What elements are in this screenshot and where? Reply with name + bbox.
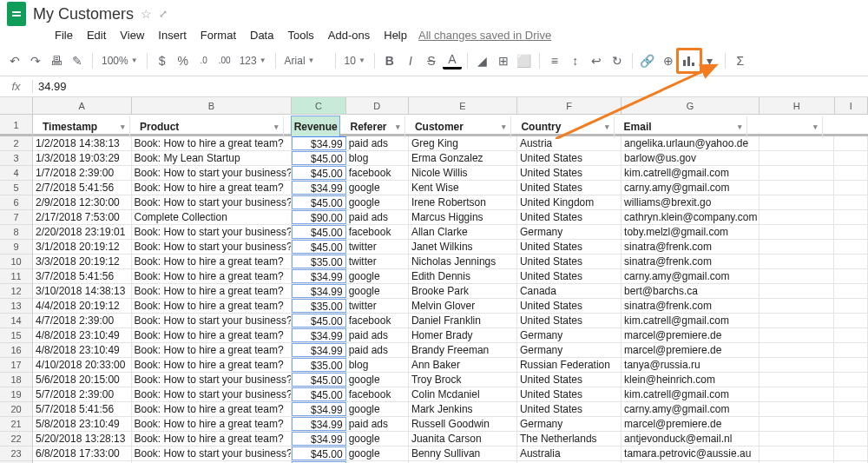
cell-email[interactable]: bert@barchs.ca [621, 284, 760, 298]
cell-product[interactable]: Book: How to hire a great team? [132, 181, 292, 195]
cell-product[interactable]: Book: How to hire a great team? [132, 299, 292, 313]
cell-empty[interactable] [834, 358, 868, 372]
cell-referer[interactable]: google [346, 432, 409, 446]
cell-country[interactable]: United States [517, 240, 621, 254]
cell-email[interactable]: tanya@russia.ru [621, 358, 760, 372]
filter-icon[interactable]: ▾ [274, 116, 279, 138]
cell-referer[interactable]: blog [346, 358, 409, 372]
cell-empty[interactable] [834, 166, 868, 180]
cell-empty[interactable] [760, 446, 835, 460]
cell-referer[interactable]: google [346, 284, 409, 298]
cell-empty[interactable] [760, 136, 835, 150]
cell-customer[interactable]: Erma Gonzalez [409, 151, 517, 165]
cell-revenue[interactable]: $34.99 [292, 328, 346, 342]
row-header[interactable]: 19 [0, 387, 32, 402]
cell-referer[interactable]: facebook [346, 314, 409, 327]
fill-color-button[interactable]: ◢ [473, 50, 492, 71]
cell-empty[interactable] [834, 373, 868, 387]
cell-empty[interactable] [834, 240, 868, 254]
cell-empty[interactable] [760, 151, 835, 165]
cell-country[interactable]: United States [517, 299, 621, 313]
cell-product[interactable]: Book: How to hire a great team? [132, 358, 292, 372]
cell-product[interactable]: Book: How to start your business? [132, 446, 292, 460]
cell-email[interactable]: williams@brexit.go [621, 195, 760, 209]
col-header-e[interactable]: E [409, 97, 517, 114]
increase-decimal-button[interactable]: .00 [215, 50, 234, 71]
cell-email[interactable]: kim.catrell@gmail.com [621, 314, 760, 327]
functions-button[interactable]: Σ [731, 50, 750, 71]
star-icon[interactable]: ☆ [141, 7, 152, 21]
cell-empty[interactable] [834, 269, 868, 283]
cell-empty[interactable] [834, 225, 868, 239]
document-title[interactable]: My Customers [33, 5, 134, 23]
cell-empty[interactable] [834, 328, 868, 342]
cell-product[interactable]: Book: How to hire a great team? [132, 255, 292, 268]
row-header[interactable]: 6 [0, 195, 32, 210]
row-header[interactable]: 11 [0, 269, 32, 284]
cell-referer[interactable]: twitter [346, 299, 409, 313]
cell-timestamp[interactable]: 5/7/2018 5:41:56 [33, 402, 132, 416]
cell-empty[interactable] [760, 225, 835, 239]
cell-customer[interactable]: Homer Brady [409, 328, 517, 342]
comment-button[interactable]: ⊕ [659, 50, 678, 71]
cell-empty[interactable] [834, 446, 868, 460]
cell-empty[interactable] [760, 284, 835, 298]
cell-referer[interactable]: paid ads [346, 343, 409, 357]
cell-revenue[interactable]: $35.00 [292, 299, 346, 313]
cell-referer[interactable]: google [346, 402, 409, 416]
row-header[interactable]: 3 [0, 151, 32, 166]
filter-icon[interactable]: ▾ [813, 116, 818, 138]
currency-button[interactable]: $ [153, 50, 172, 71]
cell-timestamp[interactable]: 5/8/2018 23:10:49 [33, 417, 132, 431]
filter-button[interactable]: ▾ [700, 50, 720, 71]
borders-button[interactable]: ⊞ [494, 50, 513, 71]
cell-revenue[interactable]: $34.99 [292, 181, 346, 195]
cell-timestamp[interactable]: 1/7/2018 2:39:00 [33, 166, 132, 180]
cell-email[interactable]: klein@heinrich.com [621, 373, 760, 387]
row-header[interactable]: 2 [0, 136, 32, 151]
cell-empty[interactable] [834, 417, 868, 431]
cell-customer[interactable]: Brandy Freeman [409, 343, 517, 357]
cell-empty[interactable] [834, 210, 868, 224]
italic-button[interactable]: I [401, 50, 420, 71]
menu-help[interactable]: Help [378, 25, 413, 45]
cell-email[interactable]: sinatra@frenk.com [621, 240, 760, 254]
cell-referer[interactable]: facebook [346, 387, 409, 401]
decrease-decimal-button[interactable]: .0 [194, 50, 214, 71]
col-header-h[interactable]: H [760, 97, 835, 114]
cell-timestamp[interactable]: 6/8/2018 17:33:00 [33, 446, 132, 460]
cell-revenue[interactable]: $45.00 [292, 314, 346, 327]
cell-empty[interactable] [760, 328, 835, 342]
cell-empty[interactable] [760, 210, 835, 224]
cell-timestamp[interactable]: 3/10/2018 14:38:13 [33, 284, 132, 298]
cell-revenue[interactable]: $34.99 [292, 284, 346, 298]
row-header[interactable]: 9 [0, 240, 32, 255]
cell-referer[interactable]: paid ads [346, 417, 409, 431]
cell-referer[interactable]: blog [346, 151, 409, 165]
cell-empty[interactable] [760, 314, 835, 327]
filter-icon[interactable]: ▾ [738, 116, 742, 138]
cell-timestamp[interactable]: 4/8/2018 23:10:49 [33, 343, 132, 357]
cell-timestamp[interactable]: 4/7/2018 2:39:00 [33, 314, 132, 327]
cell-empty[interactable] [760, 373, 835, 387]
insert-chart-button[interactable] [680, 50, 699, 71]
rotate-button[interactable]: ↻ [608, 50, 627, 71]
select-all-corner[interactable] [0, 97, 32, 115]
row-header[interactable]: 21 [0, 417, 32, 432]
cell-customer[interactable]: Benny Sullivan [409, 446, 517, 460]
cell-empty[interactable] [760, 343, 835, 357]
cell-customer[interactable]: Edith Dennis [409, 269, 517, 283]
filter-icon[interactable]: ▾ [121, 116, 125, 138]
row-header[interactable]: 17 [0, 358, 32, 373]
cell-timestamp[interactable]: 4/10/2018 20:33:00 [33, 358, 132, 372]
cell-empty[interactable] [760, 240, 835, 254]
cell-product[interactable]: Book: How to hire a great team? [132, 284, 292, 298]
cell-country[interactable]: United States [517, 166, 621, 180]
cell-country[interactable]: United States [517, 181, 621, 195]
cell-product[interactable]: Complete Collection [132, 210, 292, 224]
cell-empty[interactable] [760, 181, 835, 195]
cell-empty[interactable] [834, 432, 868, 446]
col-header-b[interactable]: B [132, 97, 293, 114]
move-icon[interactable]: ⤢ [159, 8, 168, 20]
cell-email[interactable]: antjevonduck@email.nl [621, 432, 760, 446]
